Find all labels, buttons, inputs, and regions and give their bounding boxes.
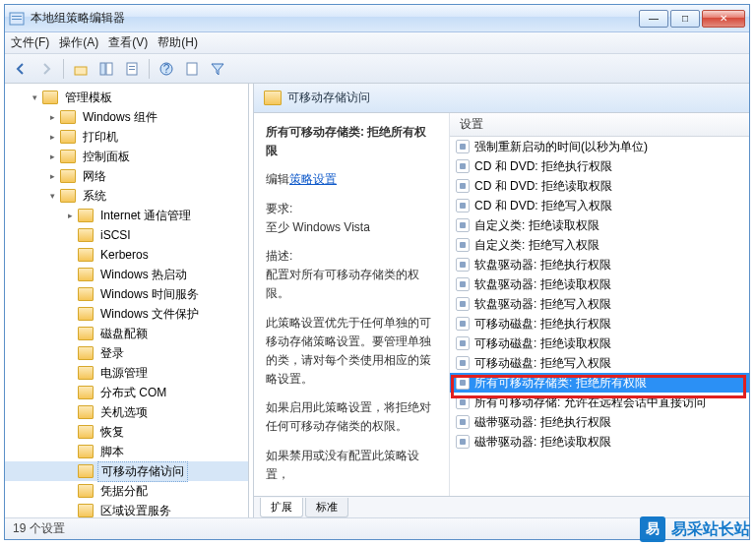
- description-column: 所有可移动存储类: 拒绝所有权限 编辑策略设置 要求: 至少 Windows V…: [254, 113, 449, 496]
- description-p1: 配置对所有可移动存储类的权限。: [266, 266, 437, 303]
- up-button[interactable]: [69, 57, 93, 81]
- titlebar[interactable]: 本地组策略编辑器 — □ ✕: [5, 5, 749, 32]
- setting-row[interactable]: 所有可移动存储: 允许在远程会话中直接访问: [450, 393, 749, 412]
- setting-row[interactable]: 强制重新启动的时间(以秒为单位): [450, 137, 749, 156]
- requirements-label: 要求:: [266, 200, 437, 218]
- tree-item[interactable]: Kerberos: [5, 245, 248, 265]
- expand-icon[interactable]: ▾: [46, 191, 58, 201]
- folder-icon: [78, 366, 94, 380]
- help-button[interactable]: ?: [155, 57, 178, 81]
- tree-label: 网络: [80, 167, 109, 186]
- tree-item[interactable]: 区域设置服务: [5, 501, 248, 517]
- tree-item[interactable]: ▸打印机: [5, 127, 248, 147]
- menu-view[interactable]: 查看(V): [108, 34, 148, 51]
- setting-row[interactable]: 可移动磁盘: 拒绝执行权限: [450, 314, 749, 334]
- folder-icon: [42, 91, 58, 104]
- svg-rect-3: [75, 67, 87, 75]
- setting-icon: [456, 258, 470, 272]
- setting-row[interactable]: 软盘驱动器: 拒绝读取权限: [450, 274, 749, 294]
- tab-extended[interactable]: 扩展: [260, 498, 303, 517]
- setting-label: 磁带驱动器: 拒绝读取权限: [474, 434, 611, 451]
- tree-item[interactable]: 关机选项: [5, 402, 248, 422]
- tree-item[interactable]: Windows 热启动: [5, 265, 248, 284]
- setting-icon: [456, 336, 470, 350]
- properties-button[interactable]: [120, 57, 144, 81]
- setting-row[interactable]: 软盘驱动器: 拒绝写入权限: [450, 294, 749, 314]
- settings-column-header[interactable]: 设置: [450, 113, 749, 137]
- folder-icon: [78, 425, 94, 439]
- tree-item[interactable]: 磁盘配额: [5, 324, 248, 343]
- setting-row[interactable]: 磁带驱动器: 拒绝执行权限: [450, 412, 749, 432]
- back-button[interactable]: [9, 57, 32, 81]
- setting-row[interactable]: CD 和 DVD: 拒绝执行权限: [450, 156, 749, 176]
- tree-item[interactable]: Windows 时间服务: [5, 284, 248, 304]
- tree-label: 控制面板: [80, 148, 133, 166]
- tree-label: 登录: [97, 344, 127, 363]
- tree-item[interactable]: 分布式 COM: [5, 383, 248, 402]
- folder-icon: [78, 405, 94, 419]
- tree-label: Windows 热启动: [97, 266, 190, 284]
- tree-item[interactable]: 登录: [5, 343, 248, 363]
- show-tree-button[interactable]: [94, 57, 118, 81]
- tree-item[interactable]: ▸控制面板: [5, 147, 248, 166]
- expand-icon[interactable]: ▾: [29, 92, 40, 102]
- tree-item[interactable]: 恢复: [5, 422, 248, 442]
- setting-row[interactable]: CD 和 DVD: 拒绝读取权限: [450, 176, 749, 196]
- refresh-button[interactable]: [180, 57, 204, 81]
- expand-icon[interactable]: ▸: [64, 211, 76, 220]
- tree-item[interactable]: 脚本: [5, 442, 248, 461]
- folder-icon: [60, 169, 76, 183]
- setting-row[interactable]: 自定义类: 拒绝读取权限: [450, 215, 749, 235]
- policy-title: 所有可移动存储类: 拒绝所有权限: [266, 125, 426, 157]
- tree-item[interactable]: ▾系统: [5, 186, 248, 206]
- description-p3: 如果启用此策略设置，将拒绝对任何可移动存储类的权限。: [266, 398, 437, 436]
- tree-item[interactable]: iSCSI: [5, 225, 248, 245]
- separator: [149, 59, 150, 79]
- close-button[interactable]: ✕: [702, 10, 745, 28]
- settings-list[interactable]: 强制重新启动的时间(以秒为单位)CD 和 DVD: 拒绝执行权限CD 和 DVD…: [450, 137, 749, 496]
- folder-icon: [78, 248, 94, 262]
- setting-row[interactable]: 可移动磁盘: 拒绝写入权限: [450, 353, 749, 373]
- tree-label: 打印机: [80, 128, 121, 147]
- expand-icon[interactable]: ▸: [46, 171, 58, 181]
- tree-item[interactable]: ▸Windows 组件: [5, 107, 248, 127]
- menu-action[interactable]: 操作(A): [59, 34, 98, 51]
- folder-icon: [78, 307, 94, 321]
- tree-item[interactable]: ▾管理模板: [5, 88, 248, 107]
- setting-row[interactable]: 所有可移动存储类: 拒绝所有权限: [450, 373, 749, 393]
- maximize-button[interactable]: □: [670, 10, 700, 28]
- expand-icon[interactable]: ▸: [46, 152, 58, 161]
- setting-label: 所有可移动存储: 允许在远程会话中直接访问: [474, 394, 706, 411]
- setting-row[interactable]: 软盘驱动器: 拒绝执行权限: [450, 255, 749, 274]
- tree-label: Windows 文件保护: [97, 305, 202, 324]
- tree-item[interactable]: ▸Internet 通信管理: [5, 206, 248, 225]
- expand-icon[interactable]: ▸: [46, 132, 58, 142]
- edit-policy-link[interactable]: 策略设置: [289, 172, 337, 186]
- tree-pane[interactable]: ▾管理模板▸Windows 组件▸打印机▸控制面板▸网络▾系统▸Internet…: [5, 84, 249, 517]
- tree-item[interactable]: 可移动存储访问: [5, 461, 248, 481]
- tree-label: 脚本: [97, 443, 127, 461]
- tree-item[interactable]: ▸网络: [5, 166, 248, 186]
- tree-item[interactable]: Windows 文件保护: [5, 304, 248, 324]
- folder-icon: [78, 464, 94, 478]
- setting-icon: [456, 218, 470, 232]
- tree-label: Windows 时间服务: [97, 285, 202, 304]
- forward-button[interactable]: [34, 57, 58, 81]
- setting-row[interactable]: 可移动磁盘: 拒绝读取权限: [450, 334, 749, 353]
- setting-label: 磁带驱动器: 拒绝执行权限: [474, 414, 611, 431]
- svg-rect-2: [12, 19, 22, 20]
- tree-item[interactable]: 电源管理: [5, 363, 248, 383]
- filter-button[interactable]: [206, 57, 229, 81]
- setting-row[interactable]: CD 和 DVD: 拒绝写入权限: [450, 196, 749, 215]
- expand-icon[interactable]: ▸: [46, 112, 58, 122]
- svg-rect-7: [129, 66, 135, 67]
- minimize-button[interactable]: —: [639, 10, 668, 28]
- setting-row[interactable]: 磁带驱动器: 拒绝读取权限: [450, 432, 749, 452]
- setting-icon: [456, 415, 470, 429]
- menu-help[interactable]: 帮助(H): [158, 34, 198, 51]
- svg-rect-11: [187, 63, 197, 75]
- tab-standard[interactable]: 标准: [305, 498, 348, 517]
- menu-file[interactable]: 文件(F): [11, 34, 49, 51]
- tree-item[interactable]: 凭据分配: [5, 481, 248, 501]
- setting-row[interactable]: 自定义类: 拒绝写入权限: [450, 235, 749, 255]
